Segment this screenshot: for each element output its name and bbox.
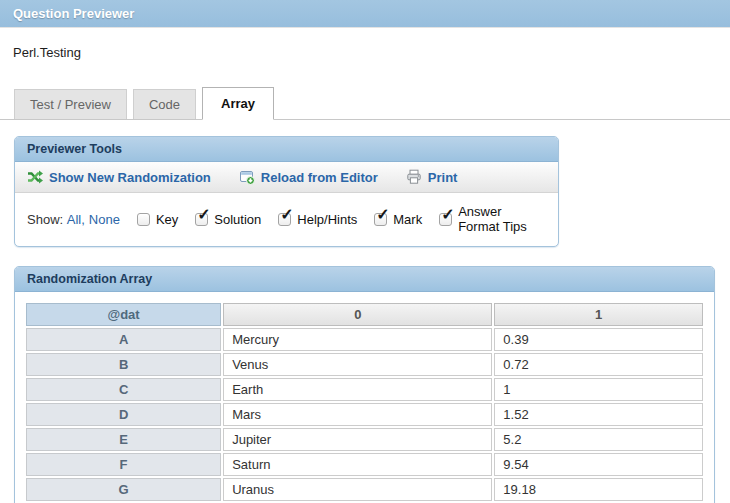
tab-code[interactable]: Code [133,89,196,119]
row-value-1-cell: 0.72 [494,353,703,376]
check-icon: ✓ [376,207,389,223]
key-checkbox-label: Key [156,212,178,227]
check-icon: ✓ [441,207,454,223]
previewer-tools-panel: Previewer Tools Show New Randomization [14,136,559,247]
reload-from-editor-label: Reload from Editor [261,170,378,185]
randomization-array-header: Randomization Array [15,267,714,292]
row-key-cell: G [26,478,221,501]
row-value-0-cell: Venus [223,353,492,376]
table-body: A Mercury 0.39 B Venus 0.72 C Earth 1 [26,328,703,503]
row-key-cell: E [26,428,221,451]
row-key-cell: A [26,328,221,351]
mark-checkbox-label: Mark [393,212,422,227]
randomization-array-table: @dat 0 1 A Mercury 0.39 B Venus 0 [24,301,705,503]
answer-format-tips-checkbox-box[interactable]: ✓ [439,213,452,226]
row-value-1-cell: 19.18 [494,478,703,501]
tab-content: Previewer Tools Show New Randomization [0,120,730,503]
shuffle-icon [27,169,43,185]
show-options-row: Show: All, None ✓ Key ✓ Solution ✓ Help/… [15,193,558,246]
row-value-0-cell: Mercury [223,328,492,351]
check-icon: ✓ [197,207,210,223]
table-row: C Earth 1 [26,378,703,401]
help-hints-checkbox-label: Help/Hints [297,212,357,227]
table-row: F Saturn 9.54 [26,453,703,476]
tab-bar: Test / Preview Code Array [0,87,730,120]
reload-from-editor-button[interactable]: Reload from Editor [239,169,378,185]
help-hints-checkbox-box[interactable]: ✓ [278,213,291,226]
row-value-0-cell: Uranus [223,478,492,501]
window-titlebar: Question Previewer [0,0,730,28]
row-value-1-cell: 1 [494,378,703,401]
printer-icon [406,169,422,185]
show-all-link[interactable]: All [67,212,81,227]
row-key-cell: C [26,378,221,401]
row-key-cell: F [26,453,221,476]
answer-format-tips-checkbox-label: Answer Format Tips [458,204,546,234]
row-value-0-cell: Mars [223,403,492,426]
row-value-1-cell: 0.39 [494,328,703,351]
question-name: Perl.Testing [13,45,730,60]
table-row: E Jupiter 5.2 [26,428,703,451]
previewer-tools-header: Previewer Tools [15,137,558,162]
checkbox-mark[interactable]: ✓ Mark [374,212,422,227]
tab-array[interactable]: Array [202,87,274,120]
randomization-array-body: @dat 0 1 A Mercury 0.39 B Venus 0 [15,292,714,503]
print-button[interactable]: Print [406,169,458,185]
row-value-0-cell: Jupiter [223,428,492,451]
row-key-cell: D [26,403,221,426]
reload-window-icon [239,169,255,185]
window-title: Question Previewer [13,6,134,21]
table-row: B Venus 0.72 [26,353,703,376]
previewer-toolbar: Show New Randomization Reload from Edito… [15,162,558,193]
table-header-row: @dat 0 1 [26,303,703,326]
table-row: D Mars 1.52 [26,403,703,426]
checkbox-help-hints[interactable]: ✓ Help/Hints [278,212,357,227]
check-icon: ✓ [280,207,293,223]
row-value-1-cell: 1.52 [494,403,703,426]
show-none-link[interactable]: None [89,212,120,227]
mark-checkbox-box[interactable]: ✓ [374,213,387,226]
show-links-separator: , [81,212,85,227]
table-row: A Mercury 0.39 [26,328,703,351]
checkbox-solution[interactable]: ✓ Solution [195,212,261,227]
column-header-1: 1 [494,303,703,326]
key-checkbox-box[interactable]: ✓ [137,213,150,226]
array-variable-header: @dat [26,303,221,326]
show-new-randomization-button[interactable]: Show New Randomization [27,169,211,185]
row-key-cell: B [26,353,221,376]
randomization-array-panel: Randomization Array @dat 0 1 A Mercury 0… [14,266,715,503]
checkbox-answer-format-tips[interactable]: ✓ Answer Format Tips [439,204,546,234]
print-label: Print [428,170,458,185]
column-header-0: 0 [223,303,492,326]
show-label: Show: [27,212,63,227]
show-new-randomization-label: Show New Randomization [49,170,211,185]
row-value-1-cell: 9.54 [494,453,703,476]
checkbox-key[interactable]: ✓ Key [137,212,178,227]
row-value-0-cell: Earth [223,378,492,401]
solution-checkbox-label: Solution [214,212,261,227]
tab-test-preview[interactable]: Test / Preview [14,89,127,119]
row-value-1-cell: 5.2 [494,428,703,451]
row-value-0-cell: Saturn [223,453,492,476]
solution-checkbox-box[interactable]: ✓ [195,213,208,226]
table-row: G Uranus 19.18 [26,478,703,501]
